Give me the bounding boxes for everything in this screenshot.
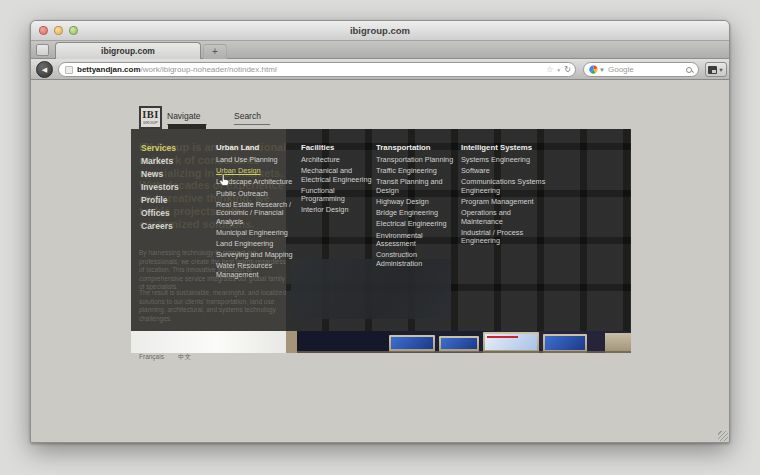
menu-item-industrial-process-engineering[interactable]: Industrial / Process Engineering: [461, 229, 553, 246]
search-input[interactable]: Google: [608, 65, 686, 74]
menu-item-architecture[interactable]: Architecture: [301, 156, 373, 164]
menu-item-bridge-engineering[interactable]: Bridge Engineering: [376, 209, 460, 217]
menu-column-transportation: TransportationTransportation PlanningTra…: [376, 143, 460, 271]
menu-sidebar: ServicesMarketsNewsInvestorsProfileOffic…: [141, 142, 179, 233]
photo-wall-edge: [286, 331, 297, 353]
crt-monitor: [543, 334, 587, 353]
url-bar[interactable]: bettyandjan.com /work/ibigroup-noheader/…: [58, 62, 576, 77]
page-text-column-edge: [131, 331, 286, 353]
window-titlebar[interactable]: ibigroup.com: [31, 21, 729, 41]
window-title: ibigroup.com: [31, 25, 729, 36]
favicon-placeholder-icon: [65, 66, 73, 74]
column-header-transportation: Transportation: [376, 143, 460, 152]
sidebar-item-profile[interactable]: Profile: [141, 194, 179, 207]
resize-grip[interactable]: [718, 431, 728, 441]
menu-item-land-use-planning[interactable]: Land Use Planning: [216, 156, 306, 164]
menu-item-program-management[interactable]: Program Management: [461, 198, 553, 206]
panel-caret-icon: ▼: [718, 67, 723, 73]
browser-tab[interactable]: ibigroup.com: [55, 42, 201, 59]
language-link-[interactable]: 中文: [178, 353, 191, 362]
sidebar-item-news[interactable]: News: [141, 168, 179, 181]
menu-item-transportation-planning[interactable]: Transportation Planning: [376, 156, 460, 164]
url-path: /work/ibigroup-noheader/notindex.html: [141, 65, 547, 74]
menu-item-systems-engineering[interactable]: Systems Engineering: [461, 156, 553, 164]
menu-item-interior-design[interactable]: Interior Design: [301, 206, 373, 214]
menu-item-electrical-engineering[interactable]: Electrical Engineering: [376, 220, 460, 228]
bookmark-star-icon[interactable]: ☆: [546, 65, 553, 74]
panel-icon: [708, 66, 717, 74]
menu-column-facilities: FacilitiesArchitectureMechanical and Ele…: [301, 143, 373, 218]
cursor-pointer-icon: [219, 173, 231, 187]
sidebar-item-services[interactable]: Services: [141, 142, 179, 155]
url-domain: bettyandjan.com: [77, 65, 141, 74]
menu-item-environmental-assessment[interactable]: Environmental Assessment: [376, 232, 460, 249]
reload-icon[interactable]: ↻: [564, 65, 571, 74]
column-header-urban-land: Urban Land: [216, 143, 306, 152]
sidebar-item-careers[interactable]: Careers: [141, 220, 179, 233]
mega-menu-overlay: IBI Group is an international network of…: [131, 129, 631, 331]
search-engine-dropdown-icon[interactable]: ▼: [599, 67, 605, 73]
navigation-toolbar: ◀ bettyandjan.com /work/ibigroup-noheade…: [31, 59, 729, 80]
history-dropdown-icon[interactable]: ▼: [556, 67, 561, 73]
menu-item-transit-planning-and-design[interactable]: Transit Planning and Design: [376, 178, 460, 195]
language-links: Français中文: [139, 353, 191, 362]
tab-navigate[interactable]: Navigate: [167, 111, 207, 125]
page-content: IBI GROUP Navigate Search IBI Group is a…: [31, 80, 729, 443]
menu-item-traffic-engineering[interactable]: Traffic Engineering: [376, 167, 460, 175]
search-magnifier-icon[interactable]: [686, 67, 692, 73]
menu-item-municipal-engineering[interactable]: Municipal Engineering: [216, 229, 306, 237]
google-logo-icon[interactable]: [589, 65, 598, 74]
panel-dropdown-button[interactable]: ▼: [705, 62, 727, 77]
desktop-background: { "browser": { "window_title": "ibigroup…: [0, 0, 760, 475]
back-button[interactable]: ◀: [36, 61, 53, 78]
sidebar-item-offices[interactable]: Offices: [141, 207, 179, 220]
menu-item-communications-systems-engineering[interactable]: Communications Systems Engineering: [461, 178, 553, 195]
ibi-group-logo[interactable]: IBI GROUP: [139, 106, 162, 129]
menu-item-land-engineering[interactable]: Land Engineering: [216, 240, 306, 248]
menu-column-urban-land: Urban LandLand Use PlanningUrban DesignL…: [216, 143, 306, 282]
crt-monitor: [389, 335, 435, 352]
menu-column-intelligent-systems: Intelligent SystemsSystems EngineeringSo…: [461, 143, 553, 248]
menu-item-highway-design[interactable]: Highway Design: [376, 198, 460, 206]
menu-item-software[interactable]: Software: [461, 167, 553, 175]
crt-monitor: [483, 332, 539, 353]
menu-item-mechanical-and-electrical-engineering[interactable]: Mechanical and Electrical Engineering: [301, 167, 373, 184]
tab-bar: ibigroup.com +: [31, 41, 729, 59]
new-tab-button[interactable]: +: [203, 44, 227, 59]
menu-item-functional-programming[interactable]: Functional Programming: [301, 187, 373, 204]
menu-item-public-outreach[interactable]: Public Outreach: [216, 190, 306, 198]
sidebar-item-markets[interactable]: Markets: [141, 155, 179, 168]
tab-groups-button[interactable]: [36, 44, 49, 56]
control-room-photo-strip: [131, 331, 631, 353]
crt-monitor: [439, 336, 479, 352]
column-header-facilities: Facilities: [301, 143, 373, 152]
search-bar[interactable]: ▼ Google: [583, 62, 699, 77]
menu-item-operations-and-maintenance[interactable]: Operations and Maintenance: [461, 209, 553, 226]
menu-item-surveying-and-mapping[interactable]: Surveying and Mapping: [216, 251, 306, 259]
menu-item-construction-administration[interactable]: Construction Administration: [376, 251, 460, 268]
sidebar-item-investors[interactable]: Investors: [141, 181, 179, 194]
tab-search[interactable]: Search: [234, 111, 270, 125]
console-desk: [605, 333, 631, 353]
menu-item-real-estate-research-economic-financial-analysis[interactable]: Real Estate Research / Economic / Financ…: [216, 201, 306, 226]
menu-item-water-resources-management[interactable]: Water Resources Management: [216, 262, 306, 279]
column-header-intelligent-systems: Intelligent Systems: [461, 143, 553, 152]
control-room-photo: [297, 331, 631, 353]
language-link-fran-ais[interactable]: Français: [139, 353, 164, 362]
browser-window: ibigroup.com ibigroup.com + ◀ bettyandja…: [30, 20, 730, 443]
